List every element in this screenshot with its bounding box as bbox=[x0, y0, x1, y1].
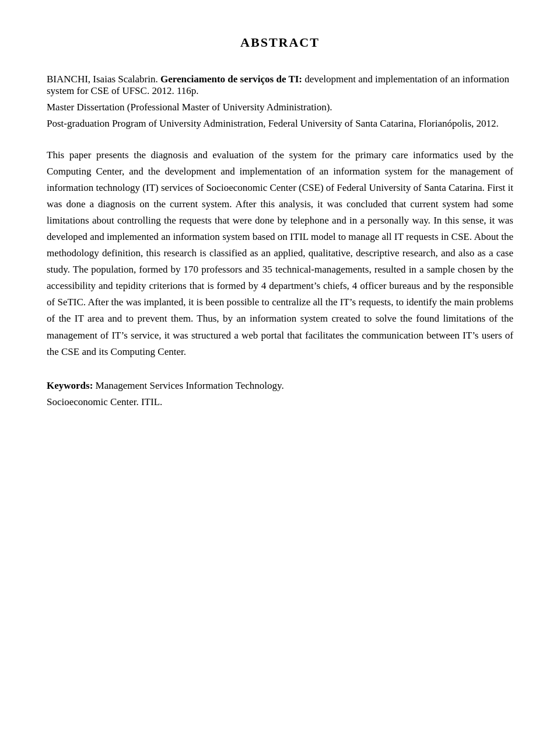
meta-line: Master Dissertation (Professional Master… bbox=[47, 102, 513, 113]
page-title: ABSTRACT bbox=[47, 35, 513, 50]
keywords-line2: Socioeconomic Center. ITIL. bbox=[47, 396, 162, 407]
keywords-label: Keywords: bbox=[47, 380, 93, 391]
abstract-body: This paper presents the diagnosis and ev… bbox=[47, 147, 513, 360]
keywords-values: Management Services Information Technolo… bbox=[96, 380, 284, 391]
author-text: BIANCHI, Isaias Scalabrin. bbox=[47, 74, 158, 85]
keywords-section: Keywords: Management Services Informatio… bbox=[47, 378, 513, 410]
author-line: BIANCHI, Isaias Scalabrin. Gerenciamento… bbox=[47, 74, 513, 97]
title-bold: Gerenciamento de serviços de TI: bbox=[160, 74, 302, 85]
program-line: Post-graduation Program of University Ad… bbox=[47, 118, 513, 130]
